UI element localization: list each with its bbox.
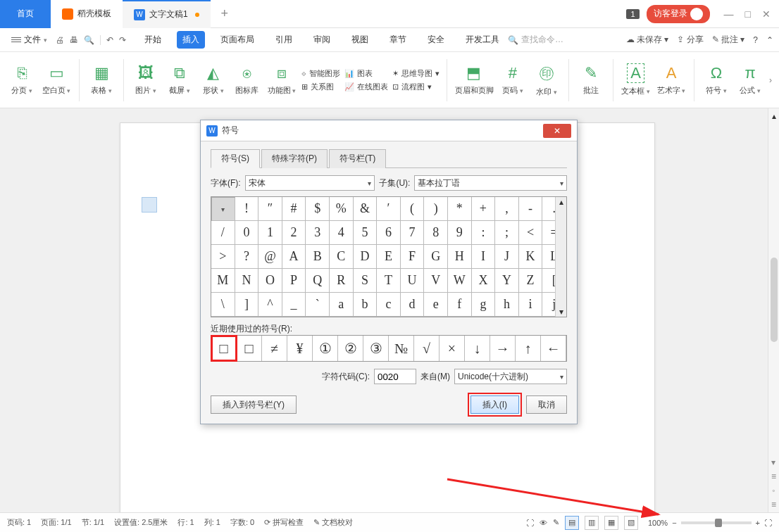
- recent-symbol-cell[interactable]: →: [490, 336, 516, 361]
- from-select[interactable]: Unicode(十六进制): [454, 369, 567, 384]
- symbol-cell[interactable]: Y: [495, 269, 519, 293]
- symbol-cell[interactable]: _: [282, 293, 306, 317]
- tab-template[interactable]: 稻壳模板: [51, 0, 123, 28]
- ribbon-textbox[interactable]: A文本框: [621, 61, 652, 99]
- status-setvalue[interactable]: 设置值: 2.5厘米: [114, 517, 168, 528]
- ribbon-header-footer[interactable]: ⬒页眉和页脚: [454, 61, 494, 99]
- ribbon-smartart[interactable]: ⟐ 智能图形: [301, 68, 340, 79]
- insert-to-bar-button[interactable]: 插入到符号栏(Y): [211, 395, 297, 414]
- recent-symbol-cell[interactable]: ←: [541, 336, 566, 361]
- tab-chapter[interactable]: 章节: [384, 31, 412, 49]
- symbol-cell[interactable]: R: [330, 269, 354, 293]
- zoom-in-icon[interactable]: +: [756, 519, 760, 527]
- file-menu[interactable]: 文件▾: [6, 34, 53, 46]
- symbol-cell[interactable]: #: [282, 197, 306, 221]
- status-page[interactable]: 页码: 1: [7, 517, 31, 528]
- eye-icon[interactable]: 👁: [540, 519, 547, 527]
- help-icon[interactable]: ?: [753, 35, 758, 45]
- symbol-cell[interactable]: A: [282, 245, 306, 269]
- symbol-cell[interactable]: %: [330, 197, 354, 221]
- grid-scrollbar[interactable]: ▴▾: [555, 197, 566, 317]
- ribbon-screenshot[interactable]: ⧉截屏: [165, 61, 194, 99]
- ribbon-chart[interactable]: 📊 图表: [344, 68, 388, 79]
- ribbon-icon-lib[interactable]: ⍟图标库: [232, 61, 262, 99]
- recent-symbol-cell[interactable]: ×: [440, 336, 465, 361]
- symbol-cell[interactable]: S: [354, 269, 378, 293]
- close-icon[interactable]: ✕: [762, 8, 771, 20]
- tab-view[interactable]: 视图: [346, 31, 374, 49]
- symbol-cell[interactable]: W: [448, 269, 472, 293]
- symbol-cell[interactable]: K: [519, 245, 543, 269]
- scrollbar-thumb[interactable]: [771, 258, 778, 342]
- recent-symbol-cell[interactable]: □: [237, 336, 262, 361]
- tab-add[interactable]: +: [211, 6, 239, 21]
- symbol-cell[interactable]: J: [495, 245, 519, 269]
- recent-symbol-cell[interactable]: ②: [338, 336, 363, 361]
- symbol-cell[interactable]: $: [306, 197, 330, 221]
- save-icon[interactable]: 🖨: [56, 35, 64, 45]
- symbol-cell[interactable]: F: [401, 245, 425, 269]
- symbol-cell[interactable]: C: [330, 245, 354, 269]
- goto-icon[interactable]: ◦: [772, 486, 775, 495]
- symbol-cell[interactable]: !: [235, 197, 259, 221]
- status-section[interactable]: 节: 1/1: [82, 517, 104, 528]
- prev-page-icon[interactable]: ≡: [771, 471, 776, 481]
- ribbon-mindmap[interactable]: ✶ 思维导图 ▾: [392, 68, 440, 79]
- zoom-label[interactable]: 100%: [648, 519, 668, 527]
- dialog-tab-special[interactable]: 特殊字符(P): [261, 149, 328, 168]
- tab-layout[interactable]: 页面布局: [215, 31, 260, 49]
- symbol-cell[interactable]: @: [258, 245, 282, 269]
- ribbon-wordart[interactable]: A艺术字: [656, 61, 687, 99]
- symbol-cell[interactable]: (: [401, 197, 425, 221]
- symbol-cell[interactable]: a: [330, 293, 354, 317]
- ribbon-shapes[interactable]: ◭形状: [199, 61, 228, 99]
- ribbon-flowchart[interactable]: ⊡ 流程图 ▾: [392, 82, 440, 92]
- view-page-icon[interactable]: ▤: [565, 516, 579, 530]
- status-words[interactable]: 字数: 0: [230, 517, 254, 528]
- symbol-cell[interactable]: D: [354, 245, 378, 269]
- symbol-cell[interactable]: M: [211, 269, 235, 293]
- symbol-cell[interactable]: 5: [354, 221, 378, 245]
- symbol-cell[interactable]: H: [448, 245, 472, 269]
- symbol-cell[interactable]: ,: [495, 197, 519, 221]
- tab-home[interactable]: 首页: [0, 0, 51, 28]
- symbol-cell[interactable]: 9: [448, 221, 472, 245]
- scroll-up-icon[interactable]: ▴: [772, 111, 776, 121]
- zoom-out-icon[interactable]: −: [672, 519, 676, 527]
- symbol-cell[interactable]: 0: [235, 221, 259, 245]
- tab-start[interactable]: 开始: [139, 31, 167, 49]
- ribbon-picture[interactable]: 🖼图片: [131, 61, 161, 99]
- symbol-cell[interactable]: 1: [258, 221, 282, 245]
- symbol-cell[interactable]: Z: [519, 269, 543, 293]
- symbol-cell[interactable]: i: [519, 293, 543, 317]
- zoom-slider[interactable]: [681, 521, 752, 524]
- next-page-icon[interactable]: ≡: [771, 500, 776, 509]
- cancel-button[interactable]: 取消: [526, 395, 567, 414]
- dialog-close-button[interactable]: ✕: [543, 124, 571, 138]
- ribbon-online-chart[interactable]: 📈 在线图表: [344, 82, 388, 92]
- symbol-cell[interactable]: N: [235, 269, 259, 293]
- ribbon-blank-page[interactable]: ▭空白页: [41, 61, 72, 99]
- share-button[interactable]: ⇪ 分享: [677, 34, 703, 46]
- recent-symbol-cell[interactable]: □: [211, 336, 237, 361]
- status-spellcheck[interactable]: ⟳ 拼写检查: [264, 517, 304, 528]
- status-proof[interactable]: ✎ 文档校对: [313, 517, 353, 528]
- symbol-cell[interactable]: X: [472, 269, 496, 293]
- ribbon-page-number[interactable]: #页码: [498, 61, 528, 99]
- dialog-tab-bar[interactable]: 符号栏(T): [329, 149, 386, 168]
- tab-review[interactable]: 审阅: [308, 31, 336, 49]
- symbol-cell[interactable]: ?: [235, 245, 259, 269]
- tab-insert[interactable]: 插入: [177, 31, 205, 49]
- recent-symbol-cell[interactable]: ↓: [465, 336, 490, 361]
- symbol-cell[interactable]: O: [258, 269, 282, 293]
- symbol-cell[interactable]: ;: [495, 221, 519, 245]
- recent-symbol-cell[interactable]: ①: [313, 336, 338, 361]
- dialog-titlebar[interactable]: W 符号 ✕: [201, 120, 577, 141]
- recent-symbol-cell[interactable]: №: [389, 336, 414, 361]
- symbol-cell[interactable]: <: [519, 221, 543, 245]
- view-web-icon[interactable]: ▦: [604, 516, 618, 530]
- view-outline-icon[interactable]: ▥: [585, 516, 599, 530]
- symbol-cell[interactable]: &: [354, 197, 378, 221]
- redo-icon[interactable]: ↷: [119, 35, 126, 45]
- symbol-cell[interactable]: B: [306, 245, 330, 269]
